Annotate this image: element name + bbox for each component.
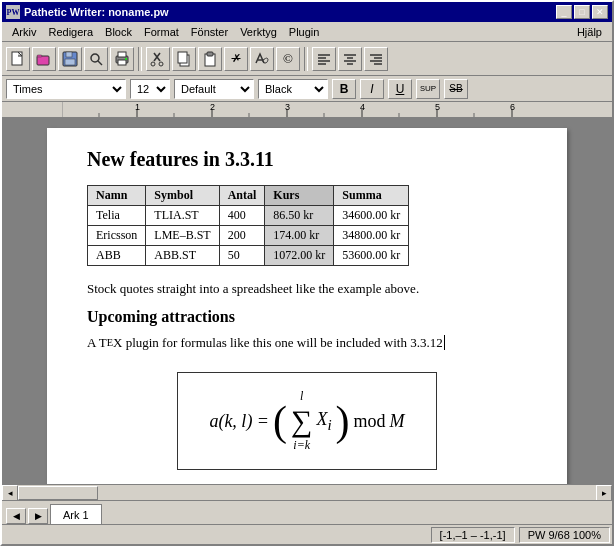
size-selector[interactable]: 12	[130, 79, 170, 99]
tex-intro-paragraph: A TEX plugin for formulas like this one …	[87, 334, 527, 352]
sigma-upper-limit: l	[300, 389, 303, 404]
svg-rect-17	[178, 52, 187, 63]
new-button[interactable]	[6, 47, 30, 71]
svg-rect-5	[65, 59, 75, 65]
sheet-tab-ark1[interactable]: Ark 1	[50, 504, 102, 524]
open-button[interactable]	[32, 47, 56, 71]
scroll-area[interactable]: New features in 3.3.11 Namn Symbol Antal…	[2, 118, 612, 484]
copyright-button[interactable]: ©	[276, 47, 300, 71]
table-header-antal: Antal	[219, 186, 265, 206]
underline-button[interactable]: U	[388, 79, 412, 99]
table-cell: 400	[219, 206, 265, 226]
stock-table: Namn Symbol Antal Kurs Summa Telia TLIA.…	[87, 185, 409, 266]
table-cell: ABB	[88, 246, 146, 266]
search-button[interactable]	[84, 47, 108, 71]
italic-button[interactable]: I	[360, 79, 384, 99]
font-selector[interactable]: Times	[6, 79, 126, 99]
sigma-notation: l ∑ i=k	[291, 389, 312, 453]
menu-fonster[interactable]: Fönster	[185, 25, 234, 39]
menu-help[interactable]: Hjälp	[571, 25, 608, 39]
svg-text:6: 6	[510, 102, 515, 112]
svg-rect-2	[37, 55, 42, 57]
svg-text:3: 3	[285, 102, 290, 112]
close-button[interactable]: ✕	[592, 5, 608, 19]
svg-text:2: 2	[210, 102, 215, 112]
toolbar: ✗ ©	[2, 42, 612, 76]
formula-xi: Xi	[316, 409, 331, 434]
svg-point-11	[125, 58, 127, 60]
scroll-right-button[interactable]: ▸	[596, 485, 612, 501]
table-cell: Ericsson	[88, 226, 146, 246]
menu-format[interactable]: Format	[138, 25, 185, 39]
svg-rect-4	[66, 52, 72, 57]
table-cell: 86.50 kr	[265, 206, 334, 226]
table-header-kurs: Kurs	[265, 186, 334, 206]
svg-text:4: 4	[360, 102, 365, 112]
svg-rect-1	[37, 56, 49, 65]
copy-button[interactable]	[172, 47, 196, 71]
paste-button[interactable]	[198, 47, 222, 71]
save-button[interactable]	[58, 47, 82, 71]
formula-container: a(k, l) = ( l ∑ i=k Xi ) mod M	[87, 362, 527, 480]
formula-M: M	[390, 411, 405, 432]
color-selector[interactable]: Black	[258, 79, 328, 99]
formula-lhs: a(k, l) =	[209, 411, 269, 432]
scrollbar-track-h[interactable]	[18, 485, 596, 501]
table-row: ABB ABB.ST 50 1072.00 kr 53600.00 kr	[88, 246, 409, 266]
style-selector[interactable]: Default	[174, 79, 254, 99]
formula-display: a(k, l) = ( l ∑ i=k Xi ) mod M	[208, 389, 406, 453]
table-row: Ericsson LME–B.ST 200 174.00 kr 34800.00…	[88, 226, 409, 246]
table-cell: TLIA.ST	[146, 206, 219, 226]
window-controls: _ □ ✕	[556, 5, 608, 19]
table-header-symbol: Symbol	[146, 186, 219, 206]
sheet-nav-prev[interactable]: ◀	[6, 508, 26, 524]
undo-button[interactable]: ✗	[224, 47, 248, 71]
svg-point-6	[91, 54, 99, 62]
menu-redigera[interactable]: Redigera	[42, 25, 99, 39]
heading-upcoming: Upcoming attractions	[87, 308, 527, 326]
table-cell: 50	[219, 246, 265, 266]
toolbar-separator-1	[138, 47, 142, 71]
table-cell: 1072.00 kr	[265, 246, 334, 266]
cursor-position: [-1,–1 – -1,-1]	[431, 527, 515, 543]
sheet-nav-next[interactable]: ▶	[28, 508, 48, 524]
table-cell: 200	[219, 226, 265, 246]
align-center-button[interactable]	[338, 47, 362, 71]
bold-button[interactable]: B	[332, 79, 356, 99]
horizontal-scrollbar[interactable]: ◂ ▸	[2, 484, 612, 500]
table-row: Telia TLIA.ST 400 86.50 kr 34600.00 kr	[88, 206, 409, 226]
app-icon: PW	[6, 5, 20, 19]
table-cell: LME–B.ST	[146, 226, 219, 246]
svg-text:5: 5	[435, 102, 440, 112]
table-cell: 34800.00 kr	[334, 226, 409, 246]
doc-info: PW 9/68 100%	[519, 527, 610, 543]
table-header-namn: Namn	[88, 186, 146, 206]
scrollbar-thumb-h[interactable]	[18, 486, 98, 500]
align-right-button[interactable]	[364, 47, 388, 71]
spellcheck-button[interactable]	[250, 47, 274, 71]
minimize-button[interactable]: _	[556, 5, 572, 19]
menu-plugin[interactable]: Plugin	[283, 25, 326, 39]
cut-button[interactable]	[146, 47, 170, 71]
superscript-button[interactable]: SUP	[416, 79, 440, 99]
title-bar-left: PW Pathetic Writer: noname.pw	[6, 5, 169, 19]
menu-verktyg[interactable]: Verktyg	[234, 25, 283, 39]
menu-bar: Arkiv Redigera Block Format Fönster Verk…	[2, 22, 612, 42]
table-cell: 34600.00 kr	[334, 206, 409, 226]
svg-text:1: 1	[135, 102, 140, 112]
svg-point-15	[159, 62, 163, 66]
strikethrough-button[interactable]: SB	[444, 79, 468, 99]
table-cell: Telia	[88, 206, 146, 226]
menu-arkiv[interactable]: Arkiv	[6, 25, 42, 39]
align-left-button[interactable]	[312, 47, 336, 71]
sigma-symbol: ∑	[291, 406, 312, 436]
table-cell: 53600.00 kr	[334, 246, 409, 266]
print-button[interactable]	[110, 47, 134, 71]
svg-rect-19	[207, 52, 213, 56]
tab-bar: ◀ ▶ Ark 1	[2, 500, 612, 524]
text-cursor	[444, 335, 448, 350]
scroll-left-button[interactable]: ◂	[2, 485, 18, 501]
maximize-button[interactable]: □	[574, 5, 590, 19]
stock-description: Stock quotes straight into a spreadsheet…	[87, 280, 527, 298]
menu-block[interactable]: Block	[99, 25, 138, 39]
